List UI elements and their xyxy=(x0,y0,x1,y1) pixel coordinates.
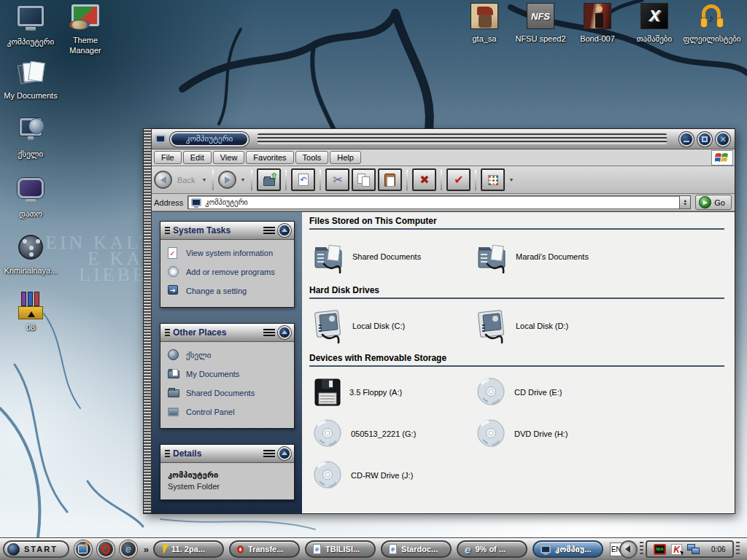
section-title-files: Files Stored on This Computer xyxy=(309,216,724,230)
network-link[interactable]: ქსელი xyxy=(168,349,290,361)
menu-favorites[interactable]: Favorites xyxy=(246,151,293,164)
start-button[interactable]: START xyxy=(3,540,69,558)
toolbar: Back ▼ ▼ ⇧ ↶ ✂ ✖ ✔ ▼ xyxy=(144,166,735,194)
other-places-header[interactable]: Other Places xyxy=(160,324,294,342)
menu-file[interactable]: File xyxy=(154,151,182,164)
cd-icon xyxy=(312,419,344,449)
desktop-icon-network[interactable]: ქსელი xyxy=(1,115,60,160)
quicklaunch-ie-button[interactable]: e xyxy=(120,540,137,558)
shared-documents-item[interactable]: Shared Documents xyxy=(312,234,476,279)
collapse-button[interactable] xyxy=(278,326,291,339)
control-panel-icon xyxy=(168,406,180,418)
theme-manager-icon xyxy=(71,4,99,26)
views-dropdown[interactable]: ▼ xyxy=(507,171,515,189)
quicklaunch-app-button[interactable] xyxy=(74,540,92,558)
undo-button[interactable]: ↶ xyxy=(291,168,315,191)
cd-drive-e-item[interactable]: CD Drive (E:) xyxy=(476,371,639,413)
desktop-icon-kriminalnaya[interactable]: Kriminalnaya... xyxy=(1,233,60,276)
menu-tools[interactable]: Tools xyxy=(295,151,329,164)
menu-help[interactable]: Help xyxy=(330,151,361,164)
address-input[interactable]: კომპიუტერი xyxy=(187,195,680,209)
floppy-a-item[interactable]: 3.5 Floppy (A:) xyxy=(312,371,476,413)
forward-dropdown[interactable]: ▼ xyxy=(239,171,247,189)
ie-icon: e xyxy=(465,543,471,556)
network-icon xyxy=(168,349,180,361)
system-info-icon: ✓ xyxy=(168,247,180,259)
collapse-button[interactable] xyxy=(278,447,291,460)
add-remove-programs-link[interactable]: Add or remove programs xyxy=(168,266,290,278)
quicklaunch-opera-button[interactable] xyxy=(97,540,115,558)
details-header[interactable]: Details xyxy=(160,445,294,463)
shared-documents-link[interactable]: Shared Documents xyxy=(168,387,290,399)
desktop-icon-label: Bond-007 xyxy=(568,34,627,44)
control-panel-link[interactable]: Control Panel xyxy=(168,406,290,418)
dvd-drive-h-item[interactable]: DVD Drive (H:) xyxy=(476,413,639,454)
panel-lines-icon xyxy=(263,450,275,458)
my-computer-icon xyxy=(18,6,44,26)
forward-button[interactable] xyxy=(218,171,236,189)
cdrw-drive-j-item[interactable]: CD-RW Drive (J:) xyxy=(312,454,476,496)
task-button-active-my-computer[interactable]: კომპიუ... xyxy=(533,540,603,558)
go-button[interactable]: ▶ Go xyxy=(695,195,732,210)
desktop-icon-theme-manager[interactable]: Theme Manager xyxy=(56,3,115,56)
section-title-hdd: Hard Disk Drives xyxy=(309,285,724,299)
system-tray: N/A K 0:06 xyxy=(646,540,733,558)
taskbar: START e » 11. 2pa... Transfe... e TBILIS… xyxy=(0,537,747,560)
close-button[interactable]: ✕ xyxy=(716,132,730,147)
desktop-icon-my-computer[interactable]: კომპიუტერი xyxy=(1,3,60,47)
my-documents-icon xyxy=(16,60,45,88)
task-button-2[interactable]: Transfe... xyxy=(229,540,300,558)
window-icon xyxy=(155,135,166,143)
tray-collapse-button[interactable] xyxy=(619,540,638,559)
globe-icon xyxy=(28,118,44,134)
desktop-icon-bond-007[interactable]: Bond-007 xyxy=(568,3,627,44)
desktop-icon-games[interactable]: X თამაშები xyxy=(625,3,684,44)
views-button[interactable] xyxy=(481,168,505,191)
properties-button[interactable]: ✔ xyxy=(446,168,471,191)
task-button-1[interactable]: 11. 2pa... xyxy=(153,540,224,558)
delete-button[interactable]: ✖ xyxy=(412,168,436,191)
desktop-icon-dato[interactable]: დათო xyxy=(1,175,60,219)
network-tray-icon[interactable] xyxy=(687,544,700,555)
local-disk-c-item[interactable]: Local Disk (C:) xyxy=(312,303,476,349)
local-disk-d-item[interactable]: Local Disk (D:) xyxy=(476,303,639,349)
task-button-3[interactable]: e TBILISI... xyxy=(305,540,376,558)
title-bar[interactable]: კომპიუტერი ✕ xyxy=(144,129,735,149)
desktop-icon-gta-sa[interactable]: gta_sa xyxy=(455,3,514,44)
maximize-button[interactable] xyxy=(697,132,712,147)
task-button-4[interactable]: e Stardoc... xyxy=(381,540,452,558)
address-bar: Address კომპიუტერი ▲▼ ▶ Go xyxy=(144,194,735,212)
ie-icon: e xyxy=(125,543,131,555)
cd-g-item[interactable]: 050513_2221 (G:) xyxy=(312,413,476,454)
back-button[interactable] xyxy=(154,171,172,189)
address-dropdown[interactable]: ▲▼ xyxy=(680,195,691,209)
cut-button[interactable]: ✂ xyxy=(325,168,349,191)
desktop-icon-nfsu-speed2[interactable]: NFS NFSU speed2 xyxy=(511,3,570,44)
desktop-icon-label: კომპიუტერი xyxy=(1,37,60,47)
back-dropdown[interactable]: ▼ xyxy=(200,171,208,189)
collapse-button[interactable] xyxy=(278,224,291,237)
desktop-icon-playlists[interactable]: ♪ ფლეილისტები xyxy=(683,3,741,44)
task-button-5[interactable]: e 9% of ... xyxy=(457,540,527,558)
quicklaunch-overflow-chevron[interactable]: » xyxy=(144,544,149,555)
nfs-icon: NFS xyxy=(527,3,554,29)
panel-lines-icon xyxy=(263,227,275,235)
desktop-icon-my-documents[interactable]: My Documents xyxy=(1,60,60,101)
menu-view[interactable]: View xyxy=(213,151,245,164)
view-system-information-link[interactable]: ✓ View system information xyxy=(168,247,290,259)
maradis-documents-item[interactable]: Maradi's Documents xyxy=(476,234,639,279)
paste-button[interactable] xyxy=(378,168,402,191)
gta-icon xyxy=(471,3,498,29)
clock[interactable]: 0:06 xyxy=(711,545,725,553)
tray-na-icon[interactable]: N/A xyxy=(654,544,666,555)
desktop-icon-08[interactable]: 08 xyxy=(1,292,60,333)
up-button[interactable]: ⇧ xyxy=(257,168,281,191)
desktop-icon-label: თამაშები xyxy=(625,34,684,44)
my-documents-link[interactable]: My Documents xyxy=(168,368,290,380)
menu-edit[interactable]: Edit xyxy=(183,151,212,164)
minimize-button[interactable] xyxy=(679,132,694,147)
copy-button[interactable] xyxy=(352,168,376,191)
change-a-setting-link[interactable]: ➜ Change a setting xyxy=(168,285,290,297)
system-tasks-header[interactable]: System Tasks xyxy=(160,222,294,240)
kaspersky-icon[interactable]: K xyxy=(671,544,682,555)
